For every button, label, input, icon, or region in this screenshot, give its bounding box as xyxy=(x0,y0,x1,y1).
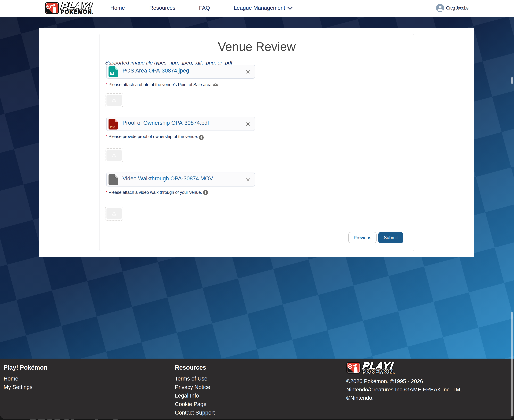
svg-text:PDF: PDF xyxy=(110,126,115,128)
svg-text:POKÉMON.: POKÉMON. xyxy=(362,368,395,375)
